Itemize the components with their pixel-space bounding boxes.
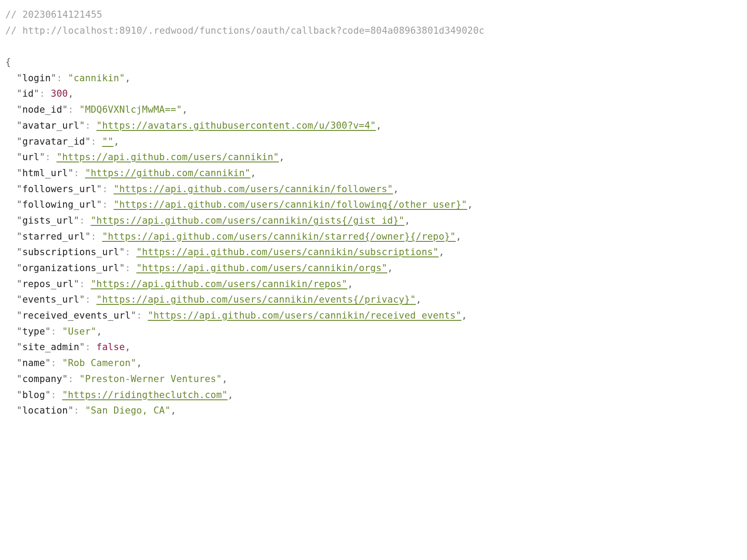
json-key: gravatar_id xyxy=(22,136,85,147)
quote-icon: " xyxy=(74,279,79,289)
json-key: login xyxy=(22,73,51,83)
json-entries: "login": "cannikin","id": 300,"node_id":… xyxy=(5,71,742,419)
json-entry: "id": 300, xyxy=(5,86,742,102)
json-entry: "followers_url": "https://api.github.com… xyxy=(5,181,742,197)
json-value-number: 300 xyxy=(51,88,68,99)
json-value-link[interactable]: "https://api.github.com/users/cannikin/f… xyxy=(114,184,393,194)
colon-icon: : xyxy=(51,358,62,368)
comma-icon: , xyxy=(182,104,188,115)
json-entry: "events_url": "https://api.github.com/us… xyxy=(5,292,742,308)
quote-icon: " xyxy=(79,342,85,352)
comma-icon: , xyxy=(347,279,353,289)
colon-icon: : xyxy=(68,104,79,115)
json-value-link[interactable]: "https://avatars.githubusercontent.com/u… xyxy=(96,120,376,131)
comma-icon: , xyxy=(461,310,467,321)
quote-icon: " xyxy=(119,247,125,257)
json-value-string: Rob Cameron xyxy=(68,358,131,368)
comma-icon: , xyxy=(68,88,74,99)
quote-icon: " xyxy=(16,390,22,400)
colon-icon: : xyxy=(74,405,85,416)
json-key: starred_url xyxy=(22,231,85,242)
colon-icon: : xyxy=(79,279,91,289)
quote-icon: " xyxy=(68,168,74,178)
json-entry: "url": "https://api.github.com/users/can… xyxy=(5,150,742,166)
comma-icon: , xyxy=(250,168,256,178)
quote-icon: " xyxy=(16,310,22,321)
colon-icon: : xyxy=(85,294,96,305)
quote-icon: " xyxy=(68,405,74,416)
json-value-link[interactable]: "https://api.github.com/users/cannikin/o… xyxy=(136,263,387,273)
quote-icon: " xyxy=(34,88,40,99)
comma-icon: , xyxy=(393,184,399,194)
json-value-string: User xyxy=(68,326,91,337)
json-value-link[interactable]: "https://api.github.com/users/cannikin/r… xyxy=(91,279,347,289)
quote-icon: " xyxy=(16,184,22,194)
json-key: html_url xyxy=(22,168,68,178)
comma-icon: , xyxy=(467,199,473,210)
quote-icon: " xyxy=(16,199,22,210)
json-key: blog xyxy=(22,390,45,400)
quote-icon: " xyxy=(79,374,85,384)
comma-icon: , xyxy=(227,390,233,400)
comma-icon: , xyxy=(387,263,393,273)
colon-icon: : xyxy=(45,152,57,162)
quote-icon: " xyxy=(176,104,182,115)
quote-icon: " xyxy=(62,358,68,368)
json-value-link[interactable]: "https://api.github.com/users/cannikin" xyxy=(56,152,279,162)
quote-icon: " xyxy=(16,294,22,305)
comma-icon: , xyxy=(96,326,102,337)
json-entry: "gravatar_id": "", xyxy=(5,134,742,150)
json-value-string: Preston-Werner Ventures xyxy=(85,374,216,384)
comma-icon: , xyxy=(136,358,142,368)
json-value-link[interactable]: "https://api.github.com/users/cannikin/e… xyxy=(96,294,416,305)
json-entry: "location": "San Diego, CA", xyxy=(5,403,742,419)
json-value-link[interactable]: "https://api.github.com/users/cannikin/s… xyxy=(136,247,439,257)
json-entry: "organizations_url": "https://api.github… xyxy=(5,260,742,276)
json-key: received_events_url xyxy=(22,310,131,321)
json-key: location xyxy=(22,405,68,416)
quote-icon: " xyxy=(91,326,96,337)
quote-icon: " xyxy=(62,374,68,384)
json-key: company xyxy=(22,374,62,384)
colon-icon: : xyxy=(91,136,102,147)
comma-icon: , xyxy=(376,120,381,131)
json-entry: "repos_url": "https://api.github.com/use… xyxy=(5,276,742,292)
quote-icon: " xyxy=(16,136,22,147)
json-key: followers_url xyxy=(22,184,96,194)
quote-icon: " xyxy=(16,358,22,368)
colon-icon: : xyxy=(136,310,148,321)
json-key: events_url xyxy=(22,294,79,305)
quote-icon: " xyxy=(16,73,22,83)
comma-icon: , xyxy=(222,374,228,384)
quote-icon: " xyxy=(62,104,68,115)
colon-icon: : xyxy=(56,73,68,83)
json-value-link[interactable]: "https://github.com/cannikin" xyxy=(85,168,250,178)
json-value-link[interactable]: "" xyxy=(102,136,114,147)
json-value-link[interactable]: "https://ridingtheclutch.com" xyxy=(62,390,227,400)
quote-icon: " xyxy=(68,73,74,83)
json-key: organizations_url xyxy=(22,263,119,273)
quote-icon: " xyxy=(79,120,85,131)
json-value-link[interactable]: "https://api.github.com/users/cannikin/f… xyxy=(114,199,467,210)
quote-icon: " xyxy=(216,374,222,384)
quote-icon: " xyxy=(85,405,91,416)
comma-icon: , xyxy=(416,294,421,305)
quote-icon: " xyxy=(119,73,125,83)
quote-icon: " xyxy=(79,104,85,115)
json-value-link[interactable]: "https://api.github.com/users/cannikin/g… xyxy=(91,215,404,226)
quote-icon: " xyxy=(96,199,102,210)
quote-icon: " xyxy=(45,326,51,337)
colon-icon: : xyxy=(40,88,51,99)
colon-icon: : xyxy=(102,184,114,194)
json-key: repos_url xyxy=(22,279,74,289)
json-value-link[interactable]: "https://api.github.com/users/cannikin/s… xyxy=(102,231,456,242)
quote-icon: " xyxy=(16,263,22,273)
colon-icon: : xyxy=(51,390,62,400)
json-entry: "following_url": "https://api.github.com… xyxy=(5,197,742,213)
quote-icon: " xyxy=(16,247,22,257)
json-key: name xyxy=(22,358,45,368)
json-value-link[interactable]: "https://api.github.com/users/cannikin/r… xyxy=(148,310,461,321)
quote-icon: " xyxy=(16,104,22,115)
colon-icon: : xyxy=(85,342,96,352)
json-entry: "name": "Rob Cameron", xyxy=(5,355,742,371)
